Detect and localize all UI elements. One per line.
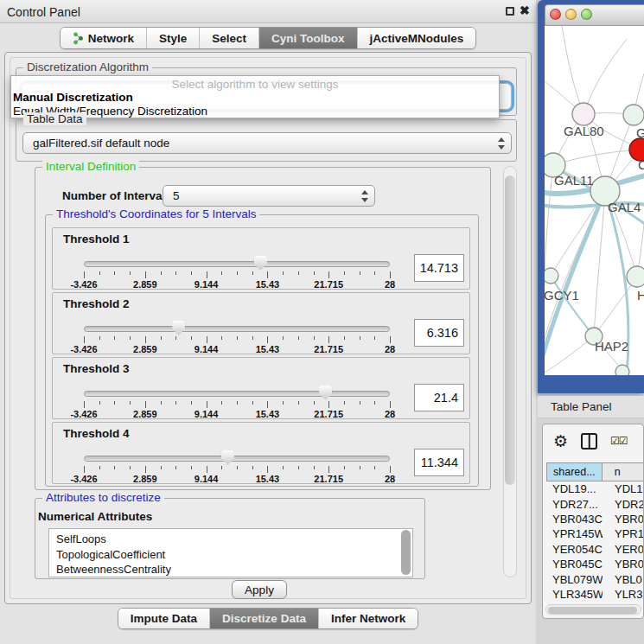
node-gcy1 (545, 268, 558, 284)
cell-name: YLR3 (603, 588, 644, 601)
control-panel-title: Control Panel (7, 5, 80, 19)
slider-track[interactable] (84, 391, 390, 397)
tab-label: Select (212, 32, 246, 45)
threshold-value-field[interactable]: 14.713 (414, 254, 464, 282)
node-top-right (623, 105, 644, 125)
threshold-value-field[interactable]: 21.4 (414, 384, 464, 411)
threshold-value-field[interactable]: 11.344 (414, 449, 464, 476)
attributes-list-scrollbar[interactable] (401, 530, 411, 575)
number-of-intervals-label: Number of Intervals (62, 189, 172, 202)
tab-jactivemnodules[interactable]: jActiveMNodules (358, 28, 476, 48)
tab-label: Network (88, 32, 134, 45)
panel-scrollbar-thumb[interactable] (505, 175, 515, 485)
table-rows: YDL19...YDL1YDR27...YDR2YBR043CYBR0YPR14… (546, 481, 644, 617)
table-row[interactable]: YDL19...YDL1 (546, 481, 644, 496)
tab-select[interactable]: Select (200, 28, 259, 48)
table-row[interactable]: YBR043CYBR0 (546, 512, 644, 526)
window-minimize-icon[interactable] (565, 9, 577, 20)
slider-scale-labels: -3.4262.8599.14415.4321.71528 (84, 409, 390, 421)
slider-scale-labels: -3.4262.8599.14415.4321.71528 (84, 344, 390, 356)
tab-style[interactable]: Style (147, 28, 200, 48)
scale-label: 9.144 (194, 474, 219, 484)
slider-scale-labels: -3.4262.8599.14415.4321.71528 (84, 474, 390, 486)
table-hscrollbar-thumb[interactable] (548, 607, 637, 614)
table-row[interactable]: YBR045CYBR0 (546, 557, 644, 571)
bottom-tab-impute-data[interactable]: Impute Data (118, 609, 210, 628)
bottom-tab-label: Infer Network (331, 612, 405, 625)
bottom-tab-infer-network[interactable]: Infer Network (319, 609, 418, 628)
scale-label: -3.426 (70, 279, 97, 290)
scale-label: 21.715 (314, 409, 343, 419)
attribute-list-item[interactable]: BetweennessCentrality (56, 562, 412, 577)
tab-label: jActiveMNodules (370, 32, 464, 45)
table-row[interactable]: YPR145WYPR1 (546, 526, 644, 541)
threshold-panel: Threshold 4 -3.4262.8599.14415.4321.7152… (52, 422, 470, 484)
interval-definition-group-title: Interval Definition (42, 160, 139, 173)
column-header-shared[interactable]: shared... (546, 462, 603, 481)
threshold-value-field[interactable]: 6.316 (414, 319, 464, 347)
algorithm-option-manual[interactable]: Manual Discretization (11, 91, 499, 105)
table-row[interactable]: YDR27...YDR2 (546, 496, 644, 511)
table-row[interactable]: YBL079WYBL0 (546, 571, 644, 586)
numerical-attributes-label: Numerical Attributes (38, 510, 152, 523)
bottom-tab-discretize-data[interactable]: Discretize Data (210, 609, 319, 628)
table-hscrollbar-track[interactable] (545, 604, 641, 615)
network-graph: GAL80 GA C GAL11 GAL4 GCY1 H HAP2 (545, 26, 644, 375)
column-header-name[interactable]: n (603, 462, 644, 481)
node-gal80 (572, 103, 595, 125)
control-panel: Control Panel ✖ NetworkStyleSelectCyni T… (0, 0, 536, 644)
apply-button[interactable]: Apply (232, 580, 287, 599)
scale-label: 9.144 (194, 279, 219, 290)
window-close-icon[interactable] (550, 9, 561, 20)
tab-cyni-toolbox[interactable]: Cyni Toolbox (259, 28, 358, 48)
table-data-group-title: Table Data (23, 112, 86, 125)
numerical-attributes-list[interactable]: SelfLoopsTopologicalCoefficientBetweenne… (48, 528, 413, 577)
scale-label: 9.144 (194, 344, 219, 354)
number-of-intervals-combobox[interactable]: 5 (163, 185, 375, 207)
columns-icon[interactable] (581, 433, 597, 450)
scale-label: 15.43 (256, 344, 280, 354)
slider-track[interactable] (84, 326, 390, 332)
slider-thumb[interactable] (254, 256, 267, 271)
table-panel-toolbar: ⚙ ☑☑ (543, 424, 643, 457)
network-canvas[interactable]: GAL80 GA C GAL11 GAL4 GCY1 H HAP2 (545, 26, 644, 375)
tab-label: Cyni Toolbox (271, 32, 345, 45)
table-data-combobox[interactable]: galFiltered.sif default node (22, 132, 512, 154)
cell-name: YDL1 (603, 482, 644, 495)
table-row[interactable]: YER054CYER0 (546, 542, 644, 557)
slider-track[interactable] (84, 261, 390, 267)
slider-track[interactable] (84, 456, 390, 462)
scale-label: 2.859 (133, 409, 157, 419)
cell-name: YBR0 (603, 513, 644, 526)
tab-label: Style (159, 32, 187, 45)
attribute-list-item[interactable]: TopologicalCoefficient (56, 547, 412, 563)
scale-label: 2.859 (133, 279, 157, 290)
slider-thumb[interactable] (221, 450, 234, 465)
slider-thumb[interactable] (319, 386, 332, 400)
bottom-tab-label: Discretize Data (222, 612, 306, 625)
scale-label: 28 (385, 279, 395, 290)
gear-icon[interactable]: ⚙ (553, 433, 568, 450)
cell-name: YBL0 (603, 573, 644, 586)
attribute-list-item[interactable]: SelfLoops (56, 532, 412, 547)
close-icon[interactable]: ✖ (520, 3, 530, 17)
threshold-panel: Threshold 1 -3.4262.8599.14415.4321.7152… (52, 227, 470, 290)
slider-thumb[interactable] (172, 321, 185, 335)
node-label-gcy1: GCY1 (545, 288, 579, 303)
discretization-algorithm-group-title: Discretization Algorithm (23, 61, 152, 73)
float-window-icon[interactable] (506, 7, 514, 16)
slider-ticks (84, 401, 390, 409)
checkboxes-icon[interactable]: ☑☑ (610, 435, 628, 447)
top-tab-bar: NetworkStyleSelectCyni ToolboxjActiveMNo… (0, 27, 536, 49)
attributes-group-title: Attributes to discretize (42, 491, 164, 504)
node-label-hap2: HAP2 (595, 339, 628, 354)
cell-shared-name: YDR27... (546, 498, 603, 511)
window-zoom-icon[interactable] (581, 9, 592, 20)
node-bottom (615, 365, 629, 375)
combo-stepper-icon (497, 137, 505, 150)
cell-shared-name: YDL19... (546, 482, 603, 495)
threshold-label: Threshold 2 (63, 297, 130, 310)
slider-scale-labels: -3.4262.8599.14415.4321.71528 (84, 279, 390, 291)
table-row[interactable]: YLR345WYLR3 (546, 587, 644, 602)
tab-network[interactable]: Network (61, 28, 147, 48)
